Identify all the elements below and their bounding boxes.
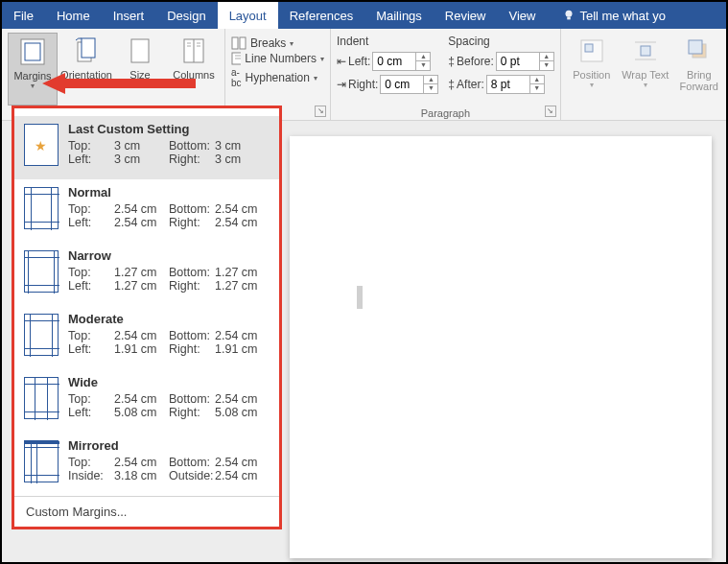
- margins-dropdown: ★ Last Custom Setting Top:3 cm Bottom:3 …: [12, 106, 282, 529]
- margin-option-title: Narrow: [68, 248, 270, 263]
- breaks-button[interactable]: Breaks ▾: [231, 36, 324, 50]
- orientation-icon: [72, 36, 101, 65]
- spacing-after-spin[interactable]: ▲▼: [486, 75, 545, 94]
- chevron-down-icon: ▾: [84, 81, 88, 89]
- margin-thumb-icon: [24, 187, 59, 229]
- spin-down[interactable]: ▼: [416, 61, 430, 70]
- spin-up[interactable]: ▲: [530, 76, 544, 84]
- text-cursor: [357, 286, 363, 309]
- margins-option-normal[interactable]: Normal Top:2.54 cm Bottom:2.54 cm Left:2…: [14, 179, 279, 243]
- lightbulb-icon: [562, 9, 575, 22]
- group-arrange: Position▾ Wrap Text▾ Bring Forward: [561, 29, 728, 121]
- document-page[interactable]: [290, 136, 712, 558]
- position-icon: [577, 36, 606, 65]
- svg-rect-6: [131, 39, 149, 62]
- line-numbers-label: Line Numbers: [245, 52, 317, 65]
- margins-option-last-custom-setting[interactable]: ★ Last Custom Setting Top:3 cm Bottom:3 …: [14, 116, 279, 179]
- spacing-before-icon: ‡: [448, 55, 455, 68]
- tab-layout[interactable]: Layout: [218, 2, 278, 29]
- svg-rect-13: [232, 37, 238, 49]
- size-button[interactable]: Size ▾: [115, 33, 165, 106]
- chevron-down-icon: ▾: [644, 81, 647, 89]
- line-numbers-button[interactable]: Line Numbers ▾: [231, 52, 324, 65]
- spacing-before-input[interactable]: [497, 53, 539, 70]
- ribbon-tab-bar: File Home Insert Design Layout Reference…: [2, 2, 726, 29]
- indent-left-label: Left:: [348, 55, 370, 68]
- spacing-after-input[interactable]: [487, 76, 529, 93]
- margin-thumb-icon: [24, 314, 59, 356]
- svg-rect-5: [82, 38, 95, 58]
- chevron-down-icon: ▾: [290, 39, 294, 48]
- spin-down[interactable]: ▼: [540, 61, 553, 70]
- spin-up[interactable]: ▲: [424, 76, 437, 84]
- spin-down[interactable]: ▼: [424, 84, 437, 93]
- position-button[interactable]: Position▾: [567, 33, 617, 106]
- breaks-label: Breaks: [250, 36, 286, 50]
- margin-thumb-icon: [24, 250, 59, 293]
- margin-option-title: Moderate: [68, 312, 270, 326]
- indent-left-icon: ⇤: [337, 55, 346, 68]
- tab-design[interactable]: Design: [155, 2, 217, 29]
- columns-icon: [179, 36, 208, 65]
- columns-button[interactable]: Columns ▾: [169, 33, 219, 106]
- tab-references[interactable]: References: [278, 2, 364, 29]
- wrap-text-label: Wrap Text: [622, 69, 669, 81]
- margins-label: Margins: [13, 70, 51, 82]
- tab-home[interactable]: Home: [45, 2, 102, 29]
- line-numbers-icon: [231, 52, 241, 65]
- chevron-down-icon: ▾: [138, 81, 142, 89]
- margins-option-wide[interactable]: Wide Top:2.54 cm Bottom:2.54 cm Left:5.0…: [14, 369, 279, 433]
- svg-rect-20: [641, 46, 650, 56]
- size-icon: [126, 36, 154, 65]
- margin-option-title: Wide: [68, 375, 270, 389]
- hyphen-icon: a-bc: [231, 67, 242, 88]
- indent-left-input[interactable]: [373, 53, 415, 70]
- page-setup-dialog-launcher[interactable]: ↘: [315, 106, 326, 117]
- spin-up[interactable]: ▲: [540, 53, 553, 61]
- indent-left-spin[interactable]: ▲▼: [372, 52, 431, 71]
- svg-rect-1: [568, 17, 572, 20]
- tab-mailings[interactable]: Mailings: [364, 2, 434, 29]
- chevron-down-icon: ▾: [314, 74, 317, 82]
- indent-header: Indent: [337, 35, 438, 48]
- margin-option-title: Last Custom Setting: [68, 122, 270, 136]
- tab-file[interactable]: File: [2, 2, 45, 29]
- chevron-down-icon: ▾: [31, 82, 35, 90]
- margin-option-title: Mirrored: [68, 438, 270, 453]
- orientation-label: Orientation: [60, 69, 112, 81]
- hyphenation-button[interactable]: a-bc Hyphenation ▾: [231, 67, 324, 88]
- tab-review[interactable]: Review: [434, 2, 498, 29]
- margin-thumb-icon: ★: [24, 124, 59, 166]
- chevron-down-icon: ▾: [192, 81, 196, 89]
- margin-thumb-icon: [24, 377, 59, 419]
- paragraph-dialog-launcher[interactable]: ↘: [545, 106, 556, 117]
- spacing-before-label: Before:: [457, 55, 494, 68]
- chevron-down-icon: ▾: [320, 55, 324, 63]
- margin-option-title: Normal: [68, 185, 270, 200]
- margins-icon: [18, 37, 47, 66]
- spin-down[interactable]: ▼: [530, 84, 544, 93]
- custom-margins-item[interactable]: Custom Margins...: [14, 496, 279, 527]
- spacing-before-spin[interactable]: ▲▼: [496, 52, 554, 71]
- paragraph-group-label: Paragraph: [331, 107, 560, 119]
- margins-option-mirrored[interactable]: Mirrored Top:2.54 cm Bottom:2.54 cm Insi…: [14, 433, 279, 496]
- bring-forward-button[interactable]: Bring Forward: [674, 33, 724, 106]
- svg-point-0: [566, 11, 573, 17]
- breaks-icon: [231, 36, 247, 50]
- wrap-text-button[interactable]: Wrap Text▾: [621, 33, 670, 106]
- indent-right-input[interactable]: [381, 76, 423, 93]
- spacing-header: Spacing: [448, 35, 553, 48]
- tab-insert[interactable]: Insert: [102, 2, 156, 29]
- orientation-button[interactable]: Orientation ▾: [61, 33, 111, 106]
- tab-view[interactable]: View: [497, 2, 547, 29]
- position-label: Position: [573, 69, 610, 81]
- margins-option-moderate[interactable]: Moderate Top:2.54 cm Bottom:2.54 cm Left…: [14, 306, 279, 369]
- svg-rect-19: [585, 44, 593, 52]
- size-label: Size: [129, 69, 150, 81]
- indent-right-spin[interactable]: ▲▼: [380, 75, 438, 94]
- spacing-after-label: After:: [457, 78, 484, 91]
- spin-up[interactable]: ▲: [416, 53, 430, 61]
- margins-button[interactable]: Margins ▾: [8, 33, 58, 106]
- margins-option-narrow[interactable]: Narrow Top:1.27 cm Bottom:1.27 cm Left:1…: [14, 243, 279, 306]
- tell-me-search[interactable]: Tell me what yo: [551, 2, 677, 29]
